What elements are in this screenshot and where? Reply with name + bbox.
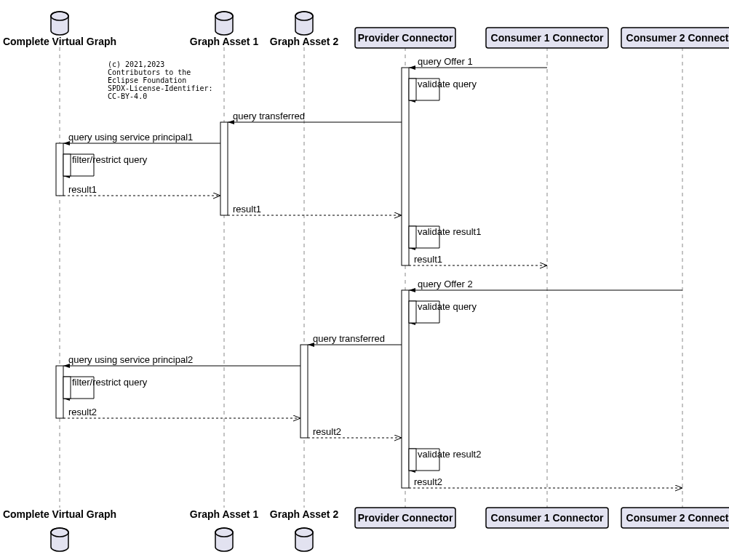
activation-prov-2 [402, 290, 409, 488]
msg-query-principal1-label: query using service principal1 [68, 132, 193, 143]
activation-ga2 [300, 345, 308, 438]
participant-cvg-bottom: Complete Virtual Graph [3, 508, 116, 551]
svg-text:CC-BY-4.0: CC-BY-4.0 [108, 92, 147, 100]
msg-query-transferred-1-label: query transferred [233, 111, 305, 121]
svg-rect-17 [409, 301, 416, 323]
msg-result2-a-label: result2 [68, 407, 97, 417]
msg-query-offer-2-label: query Offer 2 [418, 279, 473, 289]
msg-result1-b-label: result1 [233, 204, 261, 215]
svg-text:Graph Asset 2: Graph Asset 2 [270, 508, 339, 520]
participant-cons1-bottom: Consumer 1 Connector [486, 508, 608, 528]
svg-text:Consumer 2 Connector: Consumer 2 Connector [626, 512, 729, 524]
msg-query-offer-1-label: query Offer 1 [418, 56, 473, 67]
participant-ga2-top: Graph Asset 2 [270, 12, 339, 47]
msg-result2-b-label: result2 [313, 426, 341, 437]
participant-ga1-top: Graph Asset 1 [190, 12, 259, 47]
participant-cvg-label: Complete Virtual Graph [3, 36, 116, 47]
participant-ga1-label: Graph Asset 1 [190, 36, 259, 47]
msg-validate-result2-label: validate result2 [418, 449, 481, 460]
participant-prov-top: Provider Connector [355, 28, 455, 48]
msg-validate-query-1-label: validate query [418, 79, 477, 89]
svg-rect-14 [409, 79, 416, 100]
svg-rect-18 [63, 377, 71, 399]
msg-filter-2-label: filter/restrict query [72, 377, 148, 388]
participant-cons2-top: Consumer 2 Connector [621, 28, 729, 48]
msg-query-transferred-2-label: query transferred [313, 333, 385, 344]
msg-result2-c-label: result2 [414, 476, 442, 487]
participant-cons2-label: Consumer 2 Connector [626, 32, 729, 44]
participant-cons1-top: Consumer 1 Connector [486, 28, 608, 48]
activation-ga1 [220, 122, 228, 215]
svg-text:Consumer 1 Connector: Consumer 1 Connector [491, 512, 604, 524]
svg-rect-15 [63, 154, 71, 176]
svg-text:Contributors to the: Contributors to the [108, 68, 191, 76]
participant-cons1-label: Consumer 1 Connector [491, 32, 604, 44]
participant-cvg-top: Complete Virtual Graph [3, 12, 116, 47]
participant-prov-label: Provider Connector [358, 32, 453, 44]
participant-prov-bottom: Provider Connector [355, 508, 455, 528]
sequence-diagram: Complete Virtual Graph Graph Asset 1 Gra… [0, 0, 729, 560]
msg-filter-1-label: filter/restrict query [72, 154, 148, 165]
activation-prov-1 [402, 68, 409, 265]
msg-validate-query-2-label: validate query [418, 301, 477, 312]
svg-text:Complete Virtual Graph: Complete Virtual Graph [3, 508, 116, 520]
msg-query-principal2-label: query using service principal2 [68, 354, 193, 365]
svg-text:SPDX-License-Identifier:: SPDX-License-Identifier: [108, 84, 213, 92]
svg-text:Provider Connector: Provider Connector [358, 512, 453, 524]
copyright-note: (c) 2021,2023 Contributors to the Eclips… [108, 60, 213, 100]
svg-text:Eclipse Foundation: Eclipse Foundation [108, 76, 186, 84]
activation-cvg-2 [56, 366, 63, 418]
participant-ga1-bottom: Graph Asset 1 [190, 508, 259, 551]
svg-text:(c) 2021,2023: (c) 2021,2023 [108, 60, 164, 68]
activation-cvg-1 [56, 143, 63, 196]
msg-result1-c-label: result1 [414, 254, 442, 265]
msg-validate-result1-label: validate result1 [418, 226, 481, 237]
svg-rect-16 [409, 226, 416, 248]
participant-ga2-bottom: Graph Asset 2 [270, 508, 339, 551]
msg-result1-a-label: result1 [68, 184, 97, 195]
participant-cons2-bottom: Consumer 2 Connector [621, 508, 729, 528]
participant-ga2-label: Graph Asset 2 [270, 36, 339, 47]
svg-rect-19 [409, 449, 416, 471]
svg-text:Graph Asset 1: Graph Asset 1 [190, 508, 259, 520]
